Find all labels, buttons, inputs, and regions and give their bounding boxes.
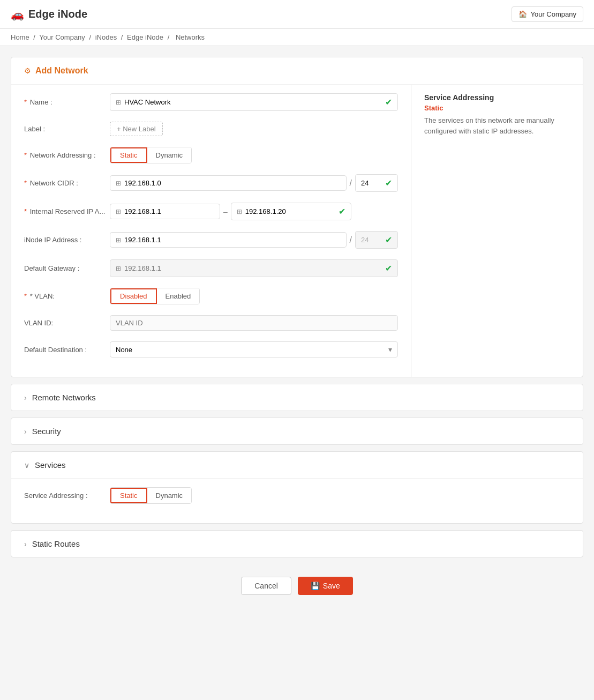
default-dest-row: Default Destination : None ▾ (24, 341, 398, 358)
ip-start-wrapper: ⊞ (110, 204, 220, 219)
ip-icon: ⊞ (116, 180, 121, 187)
form-left: * Name : ⊞ ✔ Label : + Ne (11, 85, 411, 377)
services-chevron: ∨ (24, 461, 29, 470)
cidr-ip-input[interactable] (124, 179, 341, 187)
breadcrumb: Home / Your Company / iNodes / Edge iNod… (0, 29, 594, 46)
default-gateway-control: ⊞ ✔ (110, 259, 398, 277)
form-title: Add Network (35, 66, 88, 76)
default-gateway-label: Default Gateway : (24, 264, 110, 272)
service-addressing-label: Service Addressing : (24, 492, 110, 500)
static-routes-title: Static Routes (32, 539, 80, 548)
services-content: Service Addressing : Static Dynamic (11, 478, 583, 523)
gateway-check-icon: ✔ (385, 263, 392, 273)
vlan-control: Disabled Enabled (110, 288, 398, 304)
label-control: + New Label (110, 122, 398, 136)
car-icon: 🚗 (11, 8, 24, 21)
static-toggle[interactable]: Static (110, 147, 147, 163)
remote-networks-header[interactable]: › Remote Networks (11, 384, 583, 411)
internal-reserved-control: ⊞ – ⊞ ✔ (110, 203, 398, 220)
name-input[interactable] (124, 98, 382, 106)
dynamic-toggle[interactable]: Dynamic (147, 147, 192, 163)
inode-ip-row: iNode IP Address : ⊞ / ✔ (24, 231, 398, 249)
service-static-toggle[interactable]: Static (110, 488, 147, 503)
company-badge[interactable]: 🏠 Your Company (512, 6, 583, 22)
vlan-disabled-toggle[interactable]: Disabled (110, 288, 157, 304)
gateway-input-wrapper: ⊞ ✔ (110, 259, 398, 277)
main-content: ⚙ Add Network * Name : ⊞ ✔ (0, 46, 594, 619)
gateway-icon: ⊞ (116, 265, 121, 272)
add-network-card: ⚙ Add Network * Name : ⊞ ✔ (11, 57, 583, 377)
security-section: › Security (11, 418, 583, 445)
service-addressing-subtitle: Static (424, 104, 570, 112)
network-cidr-row: * Network CIDR : ⊞ / ✔ (24, 174, 398, 192)
network-addressing-label: * Network Addressing : (24, 151, 110, 159)
inode-suffix-input[interactable] (361, 236, 377, 244)
cidr-suffix-input[interactable] (361, 179, 377, 187)
vlan-enabled-toggle[interactable]: Enabled (157, 288, 200, 304)
remote-networks-chevron: › (24, 393, 27, 402)
breadcrumb-company[interactable]: Your Company (39, 33, 85, 41)
breadcrumb-edge-inode[interactable]: Edge iNode (127, 33, 163, 41)
chevron-down-icon: ▾ (388, 345, 392, 354)
network-cidr-label: * Network CIDR : (24, 179, 110, 187)
breadcrumb-networks: Networks (176, 33, 205, 41)
cidr-check-icon: ✔ (385, 178, 392, 188)
page-title: Edge iNode (28, 8, 87, 20)
service-dynamic-toggle[interactable]: Dynamic (147, 488, 192, 503)
ip-end-wrapper: ⊞ ✔ (231, 203, 351, 220)
internal-reserved-label: * Internal Reserved IP A... (24, 207, 110, 215)
service-addressing-toggle: Static Dynamic (110, 487, 192, 504)
cidr-suffix-wrapper: ✔ (355, 174, 398, 192)
static-routes-header[interactable]: › Static Routes (11, 531, 583, 557)
static-routes-chevron: › (24, 540, 27, 548)
default-dest-control: None ▾ (110, 341, 398, 358)
check-icon: ✔ (385, 97, 392, 107)
cancel-button[interactable]: Cancel (241, 577, 291, 595)
form-body: * Name : ⊞ ✔ Label : + Ne (11, 85, 583, 377)
ip-start-input[interactable] (124, 207, 214, 215)
breadcrumb-inodes[interactable]: iNodes (95, 33, 117, 41)
cidr-row: ⊞ / ✔ (110, 174, 398, 192)
default-dest-select[interactable]: None (116, 346, 388, 354)
new-label-button[interactable]: + New Label (110, 122, 163, 136)
vlan-id-input[interactable] (110, 315, 398, 331)
vlan-toggle: Disabled Enabled (110, 288, 200, 304)
inode-ip-input[interactable] (124, 236, 341, 244)
ip-end-input[interactable] (245, 207, 335, 215)
breadcrumb-home[interactable]: Home (11, 33, 29, 41)
inode-ip-wrapper: ⊞ (110, 232, 347, 248)
name-control: ⊞ ✔ (110, 93, 398, 111)
security-title: Security (32, 427, 61, 436)
top-bar: 🚗 Edge iNode 🏠 Your Company (0, 0, 594, 29)
network-cidr-control: ⊞ / ✔ (110, 174, 398, 192)
vlan-id-label: VLAN ID: (24, 319, 110, 327)
network-addressing-control: Static Dynamic (110, 147, 398, 163)
inode-ip-label: iNode IP Address : (24, 236, 110, 244)
vlan-id-control (110, 315, 398, 331)
security-header[interactable]: › Security (11, 418, 583, 444)
inode-cidr-row: ⊞ / ✔ (110, 231, 398, 249)
server-icon: ⊞ (116, 99, 121, 106)
service-addressing-desc: The services on this network are manuall… (424, 115, 570, 136)
ip-range-row: ⊞ – ⊞ ✔ (110, 203, 398, 220)
gateway-input[interactable] (124, 264, 382, 272)
service-addressing-control: Static Dynamic (110, 487, 570, 504)
service-addressing-title: Service Addressing (424, 93, 570, 102)
services-header[interactable]: ∨ Services (11, 452, 583, 478)
cidr-ip-wrapper: ⊞ (110, 175, 347, 191)
ip-range-check-icon: ✔ (339, 206, 345, 217)
save-icon: 💾 (311, 582, 320, 590)
save-button[interactable]: 💾 Save (298, 577, 353, 595)
inode-check-icon: ✔ (385, 235, 392, 245)
security-chevron: › (24, 427, 27, 436)
internal-reserved-row: * Internal Reserved IP A... ⊞ – ⊞ (24, 203, 398, 220)
ip-end-icon: ⊞ (237, 208, 242, 215)
ip-start-icon: ⊞ (116, 208, 121, 215)
inode-ip-control: ⊞ / ✔ (110, 231, 398, 249)
default-gateway-row: Default Gateway : ⊞ ✔ (24, 259, 398, 277)
form-right: Service Addressing Static The services o… (411, 85, 583, 377)
form-header: ⚙ Add Network (11, 57, 583, 85)
home-icon: 🏠 (518, 10, 527, 18)
service-addressing-row: Service Addressing : Static Dynamic (24, 487, 570, 504)
company-name: Your Company (530, 10, 576, 18)
